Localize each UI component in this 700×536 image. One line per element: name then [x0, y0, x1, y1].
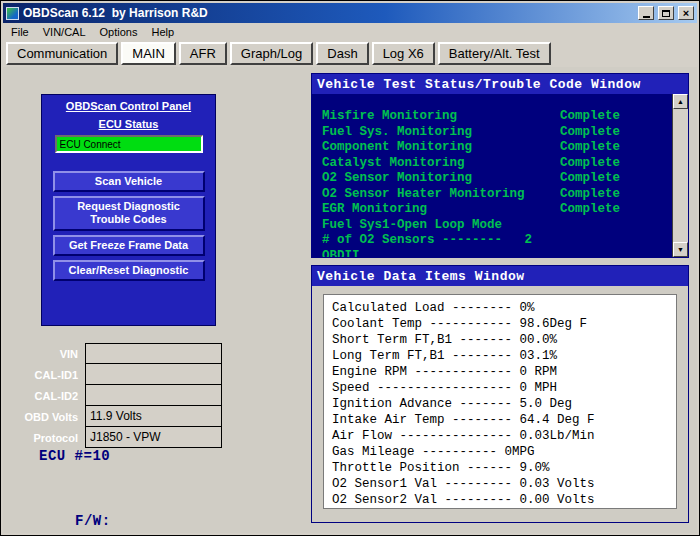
status-item-name: O2 Sensor Heater Monitoring: [322, 187, 560, 203]
status-list-item[interactable]: Component Monitoring Complete: [312, 140, 672, 156]
menu-options[interactable]: Options: [93, 24, 145, 40]
status-list-item[interactable]: Fuel Sys1-Open Loop Mode: [312, 218, 672, 234]
status-item-value: Complete: [560, 109, 620, 125]
control-panel-button[interactable]: Get Freeze Frame Data: [53, 235, 205, 256]
data-item-row: Air Flow --------------- 0.03Lb/Min: [324, 428, 676, 444]
control-panel-button[interactable]: Scan Vehicle: [53, 171, 205, 192]
title-bar[interactable]: OBDScan 6.12 by Harrison R&D ×: [3, 3, 697, 23]
status-list-item[interactable]: Catalyst Monitoring Complete: [312, 156, 672, 172]
maximize-button[interactable]: [658, 6, 674, 20]
control-panel-title: OBDScan Control Panel: [42, 95, 215, 112]
status-item-value: Complete: [560, 156, 620, 172]
ecu-connect-indicator: ECU Connect: [55, 135, 203, 153]
data-item-row: Short Term FT,B1 ------- 00.0%: [324, 332, 676, 348]
field-row: CAL-ID1: [17, 364, 222, 385]
status-item-name: OBDII: [322, 249, 560, 258]
app-icon: [6, 7, 19, 20]
status-list: Misfire Monitoring Complete Fuel Sys. Mo…: [312, 94, 672, 257]
status-item-name: Component Monitoring: [322, 140, 560, 156]
status-item-name: # of O2 Sensors -------- 2: [322, 233, 560, 249]
window-title: OBDScan 6.12 by Harrison R&D: [23, 6, 634, 20]
field-row: CAL-ID2: [17, 385, 222, 406]
vehicle-test-status-window: Vehicle Test Status/Trouble Code Window …: [311, 73, 689, 258]
tab-bar: Communication MAIN AFR Graph/Log Dash Lo…: [3, 41, 697, 67]
status-item-value: Complete: [560, 125, 620, 141]
status-item-name: O2 Sensor Monitoring: [322, 171, 560, 187]
main-content: OBDScan Control Panel ECU Status ECU Con…: [3, 67, 697, 533]
field-label: CAL-ID2: [17, 390, 85, 402]
data-item-row: Calculated Load -------- 0%: [324, 300, 676, 316]
status-item-value: Complete: [560, 187, 620, 203]
obdscan-control-panel: OBDScan Control Panel ECU Status ECU Con…: [41, 94, 216, 326]
data-item-row: Speed ------------------ 0 MPH: [324, 380, 676, 396]
data-item-row: Intake Air Temp -------- 64.4 Deg F: [324, 412, 676, 428]
scroll-up-icon[interactable]: ▲: [673, 94, 688, 109]
scroll-down-icon[interactable]: ▼: [673, 242, 688, 257]
status-list-item[interactable]: EGR Monitoring Complete: [312, 202, 672, 218]
close-icon: ×: [683, 8, 689, 19]
status-item-name: Fuel Sys. Monitoring: [322, 125, 560, 141]
field-value: [85, 343, 222, 364]
field-row: OBD Volts 11.9 Volts: [17, 406, 222, 427]
status-scrollbar[interactable]: ▲ ▼: [672, 94, 688, 257]
status-list-item[interactable]: Fuel Sys. Monitoring Complete: [312, 125, 672, 141]
data-item-row: Throttle Position ------ 9.0%: [324, 460, 676, 476]
menu-bar: File VIN/CAL Options Help: [3, 23, 697, 41]
menu-vin-cal[interactable]: VIN/CAL: [36, 24, 93, 40]
field-row: VIN: [17, 343, 222, 364]
data-items-list: Calculated Load -------- 0% Coolant Temp…: [323, 294, 677, 509]
field-label: CAL-ID1: [17, 369, 85, 381]
field-label: Protocol: [17, 432, 85, 444]
field-value: 11.9 Volts: [85, 406, 222, 427]
tab-main[interactable]: MAIN: [121, 42, 176, 65]
status-item-name: Fuel Sys1-Open Loop Mode: [322, 218, 560, 234]
tab-graph-log[interactable]: Graph/Log: [230, 42, 313, 65]
status-list-item[interactable]: Misfire Monitoring Complete: [312, 109, 672, 125]
data-item-row: Coolant Temp ----------- 98.6Deg F: [324, 316, 676, 332]
data-item-row: Ignition Advance ------- 5.0 Deg: [324, 396, 676, 412]
vehicle-data-items-window: Vehicle Data Items Window Calculated Loa…: [311, 265, 689, 523]
tab-communication[interactable]: Communication: [6, 42, 118, 65]
status-list-item[interactable]: O2 Sensor Monitoring Complete: [312, 171, 672, 187]
tab-afr[interactable]: AFR: [179, 42, 227, 65]
data-item-row: O2 Sensor1 Val --------- 0.03 Volts: [324, 476, 676, 492]
minimize-button[interactable]: [638, 6, 654, 20]
ecu-number-text: ECU #=10: [39, 448, 110, 464]
data-item-row: Long Term FT,B1 -------- 03.1%: [324, 348, 676, 364]
field-row: Protocol J1850 - VPW: [17, 427, 222, 448]
tab-log-x6[interactable]: Log X6: [372, 42, 435, 65]
status-list-item[interactable]: # of O2 Sensors -------- 2: [312, 233, 672, 249]
status-item-value: Complete: [560, 202, 620, 218]
control-panel-button[interactable]: Request Diagnostic Trouble Codes: [53, 196, 205, 230]
minimize-icon: [643, 16, 650, 18]
ecu-status-label: ECU Status: [42, 112, 215, 130]
control-panel-button[interactable]: Clear/Reset Diagnostic: [53, 260, 205, 281]
maximize-icon: [662, 10, 670, 17]
field-label: OBD Volts: [17, 411, 85, 423]
status-item-name: EGR Monitoring: [322, 202, 560, 218]
control-panel-buttons: Scan Vehicle Request Diagnostic Trouble …: [42, 171, 215, 281]
data-item-row: Gas Mileage ---------- 0MPG: [324, 444, 676, 460]
data-item-row: O2 Sensor2 Val --------- 0.00 Volts: [324, 492, 676, 508]
status-list-item[interactable]: OBDII: [312, 249, 672, 258]
status-item-name: Catalyst Monitoring: [322, 156, 560, 172]
tab-dash[interactable]: Dash: [316, 42, 368, 65]
field-value: [85, 385, 222, 406]
menu-file[interactable]: File: [4, 24, 36, 40]
app-window: OBDScan 6.12 by Harrison R&D × File VIN/…: [0, 0, 700, 536]
vehicle-info-fields: VIN CAL-ID1 CAL-ID2 OBD Volts 11.9 Volts: [17, 343, 222, 448]
status-item-value: Complete: [560, 171, 620, 187]
field-value: [85, 364, 222, 385]
menu-help[interactable]: Help: [144, 24, 181, 40]
data-window-title: Vehicle Data Items Window: [312, 266, 688, 286]
scrollbar-track[interactable]: [673, 109, 688, 242]
status-item-value: Complete: [560, 140, 620, 156]
field-value: J1850 - VPW: [85, 427, 222, 448]
tab-battery-alt-test[interactable]: Battery/Alt. Test: [438, 42, 551, 65]
status-window-title: Vehicle Test Status/Trouble Code Window: [312, 74, 688, 94]
firmware-label: F/W:: [75, 513, 111, 529]
data-item-row: Engine RPM ------------- 0 RPM: [324, 364, 676, 380]
status-list-item[interactable]: O2 Sensor Heater Monitoring Complete: [312, 187, 672, 203]
close-button[interactable]: ×: [678, 6, 694, 20]
field-label: VIN: [17, 348, 85, 360]
